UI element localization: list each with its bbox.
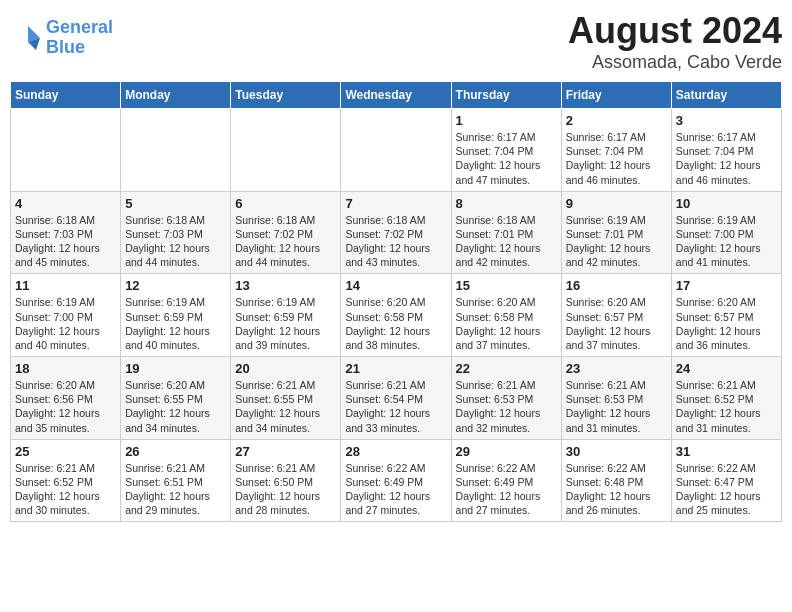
day-header-friday: Friday xyxy=(561,82,671,109)
day-number: 11 xyxy=(15,278,116,293)
day-number: 1 xyxy=(456,113,557,128)
day-info: Sunrise: 6:19 AM Sunset: 6:59 PM Dayligh… xyxy=(125,295,226,352)
calendar-cell: 20Sunrise: 6:21 AM Sunset: 6:55 PM Dayli… xyxy=(231,357,341,440)
day-info: Sunrise: 6:18 AM Sunset: 7:02 PM Dayligh… xyxy=(345,213,446,270)
day-number: 20 xyxy=(235,361,336,376)
day-info: Sunrise: 6:19 AM Sunset: 7:01 PM Dayligh… xyxy=(566,213,667,270)
calendar-body: 1Sunrise: 6:17 AM Sunset: 7:04 PM Daylig… xyxy=(11,109,782,522)
calendar-cell: 18Sunrise: 6:20 AM Sunset: 6:56 PM Dayli… xyxy=(11,357,121,440)
calendar-cell: 14Sunrise: 6:20 AM Sunset: 6:58 PM Dayli… xyxy=(341,274,451,357)
day-header-wednesday: Wednesday xyxy=(341,82,451,109)
page-header: General Blue August 2024 Assomada, Cabo … xyxy=(10,10,782,73)
day-number: 12 xyxy=(125,278,226,293)
day-number: 4 xyxy=(15,196,116,211)
header-row: SundayMondayTuesdayWednesdayThursdayFrid… xyxy=(11,82,782,109)
page-title: August 2024 xyxy=(568,10,782,52)
day-number: 22 xyxy=(456,361,557,376)
calendar-cell: 27Sunrise: 6:21 AM Sunset: 6:50 PM Dayli… xyxy=(231,439,341,522)
day-number: 7 xyxy=(345,196,446,211)
day-header-thursday: Thursday xyxy=(451,82,561,109)
day-header-sunday: Sunday xyxy=(11,82,121,109)
calendar-cell: 24Sunrise: 6:21 AM Sunset: 6:52 PM Dayli… xyxy=(671,357,781,440)
calendar-cell: 1Sunrise: 6:17 AM Sunset: 7:04 PM Daylig… xyxy=(451,109,561,192)
day-number: 30 xyxy=(566,444,667,459)
calendar-cell: 13Sunrise: 6:19 AM Sunset: 6:59 PM Dayli… xyxy=(231,274,341,357)
calendar-cell: 9Sunrise: 6:19 AM Sunset: 7:01 PM Daylig… xyxy=(561,191,671,274)
day-number: 29 xyxy=(456,444,557,459)
day-number: 28 xyxy=(345,444,446,459)
week-row-1: 1Sunrise: 6:17 AM Sunset: 7:04 PM Daylig… xyxy=(11,109,782,192)
calendar-cell: 15Sunrise: 6:20 AM Sunset: 6:58 PM Dayli… xyxy=(451,274,561,357)
day-info: Sunrise: 6:22 AM Sunset: 6:48 PM Dayligh… xyxy=(566,461,667,518)
calendar-cell xyxy=(11,109,121,192)
calendar-cell: 4Sunrise: 6:18 AM Sunset: 7:03 PM Daylig… xyxy=(11,191,121,274)
day-info: Sunrise: 6:21 AM Sunset: 6:55 PM Dayligh… xyxy=(235,378,336,435)
day-header-saturday: Saturday xyxy=(671,82,781,109)
day-info: Sunrise: 6:22 AM Sunset: 6:49 PM Dayligh… xyxy=(345,461,446,518)
day-info: Sunrise: 6:22 AM Sunset: 6:47 PM Dayligh… xyxy=(676,461,777,518)
week-row-4: 18Sunrise: 6:20 AM Sunset: 6:56 PM Dayli… xyxy=(11,357,782,440)
day-number: 21 xyxy=(345,361,446,376)
day-info: Sunrise: 6:21 AM Sunset: 6:50 PM Dayligh… xyxy=(235,461,336,518)
day-info: Sunrise: 6:21 AM Sunset: 6:52 PM Dayligh… xyxy=(676,378,777,435)
calendar-cell: 16Sunrise: 6:20 AM Sunset: 6:57 PM Dayli… xyxy=(561,274,671,357)
day-info: Sunrise: 6:21 AM Sunset: 6:51 PM Dayligh… xyxy=(125,461,226,518)
week-row-5: 25Sunrise: 6:21 AM Sunset: 6:52 PM Dayli… xyxy=(11,439,782,522)
calendar-cell: 29Sunrise: 6:22 AM Sunset: 6:49 PM Dayli… xyxy=(451,439,561,522)
calendar-cell: 6Sunrise: 6:18 AM Sunset: 7:02 PM Daylig… xyxy=(231,191,341,274)
day-info: Sunrise: 6:22 AM Sunset: 6:49 PM Dayligh… xyxy=(456,461,557,518)
day-number: 27 xyxy=(235,444,336,459)
day-number: 6 xyxy=(235,196,336,211)
calendar-cell: 7Sunrise: 6:18 AM Sunset: 7:02 PM Daylig… xyxy=(341,191,451,274)
day-info: Sunrise: 6:20 AM Sunset: 6:57 PM Dayligh… xyxy=(566,295,667,352)
day-info: Sunrise: 6:17 AM Sunset: 7:04 PM Dayligh… xyxy=(456,130,557,187)
day-info: Sunrise: 6:20 AM Sunset: 6:55 PM Dayligh… xyxy=(125,378,226,435)
day-info: Sunrise: 6:21 AM Sunset: 6:54 PM Dayligh… xyxy=(345,378,446,435)
calendar-cell: 30Sunrise: 6:22 AM Sunset: 6:48 PM Dayli… xyxy=(561,439,671,522)
calendar-cell: 12Sunrise: 6:19 AM Sunset: 6:59 PM Dayli… xyxy=(121,274,231,357)
calendar-cell xyxy=(341,109,451,192)
calendar-cell: 26Sunrise: 6:21 AM Sunset: 6:51 PM Dayli… xyxy=(121,439,231,522)
day-info: Sunrise: 6:21 AM Sunset: 6:53 PM Dayligh… xyxy=(456,378,557,435)
week-row-3: 11Sunrise: 6:19 AM Sunset: 7:00 PM Dayli… xyxy=(11,274,782,357)
day-number: 13 xyxy=(235,278,336,293)
calendar-cell: 10Sunrise: 6:19 AM Sunset: 7:00 PM Dayli… xyxy=(671,191,781,274)
title-block: August 2024 Assomada, Cabo Verde xyxy=(568,10,782,73)
calendar-cell: 8Sunrise: 6:18 AM Sunset: 7:01 PM Daylig… xyxy=(451,191,561,274)
logo-line1: General xyxy=(46,17,113,37)
day-number: 15 xyxy=(456,278,557,293)
day-header-tuesday: Tuesday xyxy=(231,82,341,109)
day-number: 25 xyxy=(15,444,116,459)
page-subtitle: Assomada, Cabo Verde xyxy=(568,52,782,73)
calendar-cell: 19Sunrise: 6:20 AM Sunset: 6:55 PM Dayli… xyxy=(121,357,231,440)
day-number: 18 xyxy=(15,361,116,376)
day-number: 10 xyxy=(676,196,777,211)
day-info: Sunrise: 6:19 AM Sunset: 6:59 PM Dayligh… xyxy=(235,295,336,352)
day-info: Sunrise: 6:18 AM Sunset: 7:03 PM Dayligh… xyxy=(125,213,226,270)
day-info: Sunrise: 6:20 AM Sunset: 6:56 PM Dayligh… xyxy=(15,378,116,435)
calendar-cell: 28Sunrise: 6:22 AM Sunset: 6:49 PM Dayli… xyxy=(341,439,451,522)
day-info: Sunrise: 6:18 AM Sunset: 7:01 PM Dayligh… xyxy=(456,213,557,270)
day-info: Sunrise: 6:20 AM Sunset: 6:57 PM Dayligh… xyxy=(676,295,777,352)
day-number: 8 xyxy=(456,196,557,211)
day-info: Sunrise: 6:21 AM Sunset: 6:52 PM Dayligh… xyxy=(15,461,116,518)
day-number: 16 xyxy=(566,278,667,293)
day-number: 23 xyxy=(566,361,667,376)
calendar-cell xyxy=(121,109,231,192)
calendar-cell xyxy=(231,109,341,192)
calendar-table: SundayMondayTuesdayWednesdayThursdayFrid… xyxy=(10,81,782,522)
day-info: Sunrise: 6:20 AM Sunset: 6:58 PM Dayligh… xyxy=(456,295,557,352)
day-number: 9 xyxy=(566,196,667,211)
logo: General Blue xyxy=(10,18,113,58)
day-info: Sunrise: 6:19 AM Sunset: 7:00 PM Dayligh… xyxy=(15,295,116,352)
day-number: 5 xyxy=(125,196,226,211)
calendar-cell: 21Sunrise: 6:21 AM Sunset: 6:54 PM Dayli… xyxy=(341,357,451,440)
calendar-cell: 25Sunrise: 6:21 AM Sunset: 6:52 PM Dayli… xyxy=(11,439,121,522)
logo-text: General Blue xyxy=(46,18,113,58)
calendar-cell: 5Sunrise: 6:18 AM Sunset: 7:03 PM Daylig… xyxy=(121,191,231,274)
day-number: 31 xyxy=(676,444,777,459)
day-info: Sunrise: 6:21 AM Sunset: 6:53 PM Dayligh… xyxy=(566,378,667,435)
day-info: Sunrise: 6:20 AM Sunset: 6:58 PM Dayligh… xyxy=(345,295,446,352)
day-number: 24 xyxy=(676,361,777,376)
day-header-monday: Monday xyxy=(121,82,231,109)
